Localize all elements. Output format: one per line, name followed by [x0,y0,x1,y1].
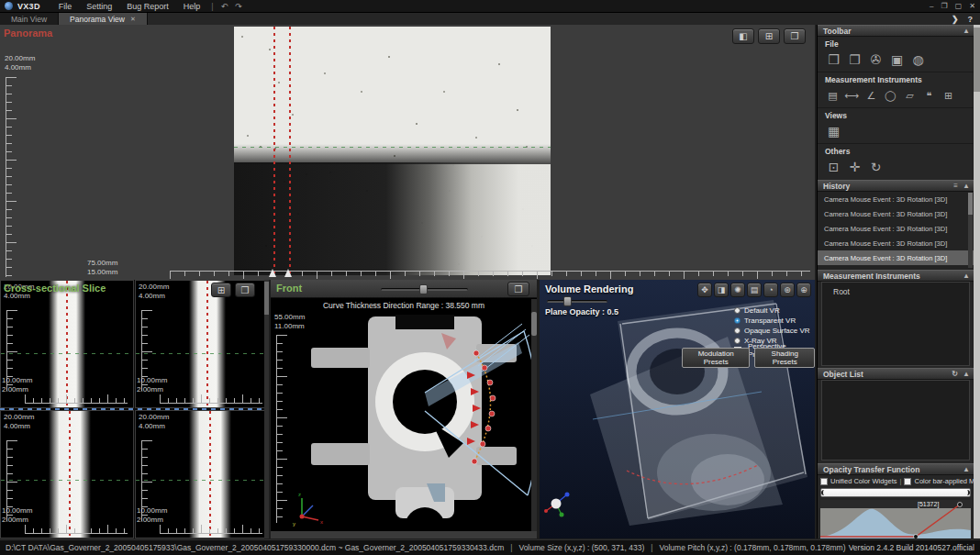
save-disc-icon[interactable]: ◍ [908,50,929,69]
cross-section-quadrant-1[interactable]: 20.00mm 4.00mm 10.00mm 2.00mm [0,280,134,408]
front-ct-slice[interactable]: z x y [287,307,531,531]
angle-icon[interactable]: ∠ [862,86,881,105]
cross-section-quadrant-3[interactable]: 20.00mm 4.00mm 10.00mm 2.00mm [0,410,134,538]
collapse-icon[interactable]: ▴ [964,370,968,378]
front-thickness-slider[interactable] [381,288,468,291]
panorama-xray-image[interactable] [234,27,551,275]
measurement-root-item[interactable]: Root [822,283,969,296]
tab-main-view[interactable]: Main View [0,13,59,25]
history-menu-icon[interactable]: ≡ [953,182,958,190]
menu-file[interactable]: File [51,2,80,11]
print-icon[interactable]: ▦ [823,122,844,140]
slider-handle[interactable] [419,284,428,294]
opacity-section-header[interactable]: Opacity Transfer Function ▴ [818,463,974,475]
cross-sectional-scrollbar[interactable] [264,280,269,538]
shading-presets-button[interactable]: Shading Presets [754,348,815,368]
curve-marker-1[interactable] [269,269,276,277]
unified-color-widgets-checkbox[interactable] [820,478,828,485]
tape-measure-icon[interactable]: ▤ [823,86,842,105]
slideshow-icon[interactable]: ⊡ [823,158,844,176]
menu-help[interactable]: Help [176,2,208,11]
reset-icon[interactable]: ↻ [865,158,886,176]
history-item[interactable]: Camera Mouse Event : 3D Rotation [3D] [818,221,974,236]
cross-section-quadrant-4[interactable]: 20.00mm 4.00mm 10.00mm 2.00mm [135,410,269,538]
expand-panel-icon[interactable]: ❯ [952,15,959,24]
slice-curve-line[interactable] [69,411,71,538]
slider-handle[interactable] [563,296,572,306]
history-item[interactable]: Camera Mouse Event : 3D Rotation [3D] [818,206,974,221]
layout-icon[interactable]: ❐ [235,283,255,297]
panorama-curve-line-1[interactable] [273,27,275,275]
preset-icon[interactable]: ▤ [747,283,762,297]
tab-panorama-view[interactable]: Panorama View ✕ [59,13,148,25]
movie-capture-icon[interactable]: ✇ [865,50,886,69]
history-item[interactable]: Camera Mouse Event : 3D Rotation [3D] [818,236,974,250]
polygon-icon[interactable]: ▱ [900,86,919,105]
refresh-icon[interactable]: ↻ [952,370,958,378]
measurement-section-header[interactable]: Measurement Instruments ▴ [818,270,974,282]
opacity-histogram[interactable]: [51372] [820,500,971,538]
slice-curve-line[interactable] [209,411,211,538]
quad-view-icon[interactable]: ⊞ [211,283,231,297]
color-bar-handle-right[interactable] [966,490,970,495]
scrollbar-thumb[interactable] [974,28,980,92]
plane-opacity-slider[interactable] [547,300,607,303]
collapse-icon[interactable]: ▴ [964,182,968,190]
front-scrollbar[interactable] [531,299,537,531]
distance-icon[interactable]: ⟷ [842,86,862,105]
panorama-curve-line-2[interactable] [289,27,291,275]
slice-curve-line[interactable] [206,281,208,408]
minimize-button[interactable]: – [930,2,933,10]
filter-icon[interactable]: ⊛ [780,283,795,297]
curve-marker-2[interactable] [284,269,292,277]
modulation-presets-button[interactable]: Modulation Presets [682,348,750,368]
annotation-icon[interactable]: ❝ [919,86,939,105]
color-bar-applied-mpr-checkbox[interactable] [904,478,911,485]
maximize-button[interactable]: ▢ [955,2,963,10]
screen-capture-icon[interactable]: ▣ [886,50,908,69]
undo-icon[interactable]: ↶ [217,2,232,11]
close-button[interactable]: ✕ [969,2,975,10]
export-icon[interactable]: ❐ [844,50,865,69]
history-scrollbar[interactable] [968,193,973,268]
registration-icon[interactable]: ✛ [844,158,865,176]
preset-cs-icon[interactable]: ⊞ [939,86,958,105]
tab-close-icon[interactable]: ✕ [130,16,136,23]
history-section-header[interactable]: History ≡ ▴ [818,180,974,192]
object-list-section-header[interactable]: Object List ↻ ▴ [818,368,974,380]
history-item[interactable]: Camera Mouse Event : 3D Rotation [3D] [818,192,974,206]
collapse-icon[interactable]: ▴ [964,27,968,35]
slice-guide-line[interactable] [136,353,269,354]
window-scrollbar[interactable] [974,25,980,538]
slice-curve-line[interactable] [66,281,68,408]
restore-button[interactable]: ❐ [941,2,948,10]
adjust-image-icon[interactable]: ◧ [732,28,754,44]
clip-plane-icon[interactable]: ◨ [714,283,729,297]
menu-setting[interactable]: Setting [79,2,119,11]
layout-icon[interactable]: ❐ [784,28,806,44]
circle-icon[interactable]: ◯ [881,86,900,105]
rotate-icon[interactable]: ◔ [763,283,778,297]
slice-guide-line[interactable] [136,480,269,481]
slice-guide-line[interactable] [1,480,134,481]
help-icon[interactable]: ? [968,15,974,24]
render-mode-opaque-surface-vr[interactable]: Opaque Surface VR [734,326,815,335]
redo-icon[interactable]: ↷ [231,2,246,11]
cross-section-quadrant-2[interactable]: 20.00mm 4.00mm 10.00mm 2.00mm [135,280,269,408]
fit-screen-icon[interactable]: ⊞ [758,28,780,44]
history-item-selected[interactable]: Camera Mouse Event : 3D Rotation [3D] [818,250,974,265]
panorama-slice-guide-line[interactable] [234,147,551,148]
slice-guide-line[interactable] [1,353,134,354]
toolbar-section-header[interactable]: Toolbar ▴ [818,25,974,37]
crop-icon[interactable]: ⊕ [796,283,811,297]
render-mode-default-vr[interactable]: Default VR [734,305,815,315]
open-project-icon[interactable]: ❒ [823,50,844,69]
layout-icon[interactable]: ❐ [507,282,529,296]
move-icon[interactable]: ✥ [697,283,712,297]
color-bar-handle-left[interactable] [821,490,825,495]
sculpt-icon[interactable]: ✺ [730,283,745,297]
color-bar[interactable] [820,488,971,497]
collapse-icon[interactable]: ▴ [964,465,968,473]
collapse-icon[interactable]: ▴ [964,272,968,280]
render-mode-transparent-vr[interactable]: Transparent VR [734,316,815,325]
